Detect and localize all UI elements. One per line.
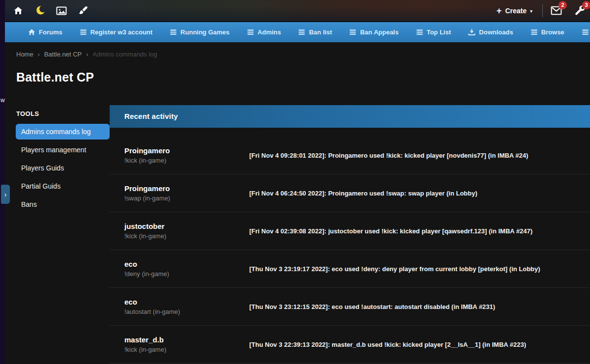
wrench-icon[interactable]: 3 (573, 4, 586, 17)
activity-command: !swap (in-game) (124, 195, 249, 202)
breadcrumb-item[interactable]: Battle.net CP (44, 51, 82, 58)
activity-row: Proingamero !kick (in-game) [Fri Nov 4 0… (110, 137, 590, 174)
activity-username: eco (124, 260, 249, 268)
nav-item-label: Running Games (180, 28, 230, 36)
nav-item-ban-list[interactable]: Ban list (298, 28, 332, 36)
home-icon (28, 28, 35, 36)
chevron-right-icon: › (4, 191, 7, 198)
nav-item-register-w3-account[interactable]: Register w3 account (80, 28, 152, 36)
activity-username: justoctober (124, 222, 249, 230)
nav-item-label: Ban list (309, 28, 332, 36)
nav-item-label: Register w3 account (90, 28, 152, 36)
activity-log-text: [Fri Nov 4 09:28:01 2022]: Proingamero u… (249, 152, 536, 159)
sidebar-heading: TOOLS (16, 105, 110, 124)
sidebar-expand-tab[interactable]: › (1, 185, 10, 204)
paintbrush-icon[interactable] (77, 4, 89, 17)
nav-item-running-games[interactable]: Running Games (170, 28, 230, 36)
activity-log-text: [Thu Nov 3 23:12:15 2022]: eco used !aut… (249, 303, 503, 310)
create-button[interactable]: + Create ▾ (492, 6, 537, 15)
menu-icon (582, 28, 589, 36)
breadcrumb-separator-icon: › (38, 51, 40, 58)
sidebar-item-players-guids[interactable]: Players Guids (16, 160, 110, 176)
menu-icon (80, 28, 87, 36)
sidebar-item-players-management[interactable]: Players management (16, 142, 110, 158)
nav-item-ban-appeals[interactable]: Ban Appeals (349, 28, 398, 36)
nav-item-label: Browse (541, 28, 564, 36)
activity-list: Proingamero !kick (in-game) [Fri Nov 4 0… (110, 128, 590, 364)
activity-username: Proingamero (124, 184, 249, 193)
nav-item-downloads[interactable]: Downloads (468, 28, 513, 36)
activity-log-text: [Thu Nov 3 22:39:13 2022]: master_d.b us… (249, 341, 534, 348)
stray-text: w (0, 97, 5, 104)
menu-icon (531, 28, 538, 36)
activity-row: eco !autostart (in-game) [Thu Nov 3 23:1… (110, 288, 590, 326)
chevron-down-icon: ▾ (530, 8, 532, 14)
nav-item-forums[interactable]: Forums (28, 28, 62, 36)
mail-badge: 2 (559, 1, 567, 9)
page-title: Battle.net CP (16, 70, 590, 84)
menu-icon (170, 28, 177, 36)
activity-username: master_d.b (124, 336, 249, 344)
nav-item-more[interactable]: More (582, 28, 590, 36)
nav-item-browse[interactable]: Browse (531, 28, 564, 36)
sidebar-items: Admins commands logPlayers managementPla… (16, 124, 110, 212)
topbar-divider (542, 4, 543, 17)
breadcrumb-item[interactable]: Home (16, 51, 33, 58)
primary-nav: Forums Register w3 account Running Games… (5, 21, 590, 42)
sidebar-item-partial-guids[interactable]: Partial Guids (16, 178, 110, 194)
create-label: Create (505, 7, 527, 15)
activity-row: eco !deny (in-game) [Thu Nov 3 23:19:17 … (110, 250, 590, 288)
tools-sidebar: TOOLS Admins commands logPlayers managem… (5, 105, 110, 215)
activity-log-text: [Thu Nov 3 23:19:17 2022]: eco used !den… (249, 265, 548, 273)
gallery-icon[interactable] (55, 4, 68, 17)
top-bar: + Create ▾ 2 3 (5, 0, 590, 21)
nav-item-label: Forums (39, 28, 62, 36)
download-icon (468, 28, 475, 36)
activity-row: justoctober !kick (in-game) [Fri Nov 4 0… (110, 212, 590, 250)
columns: TOOLS Admins commands logPlayers managem… (5, 105, 590, 364)
mail-icon[interactable]: 2 (550, 4, 562, 17)
home-icon[interactable] (12, 4, 25, 17)
menu-icon (298, 28, 305, 36)
nav-item-label: Top List (427, 28, 451, 36)
nav-item-label: Ban Appeals (360, 28, 398, 36)
panel-header: Recent activity (110, 105, 590, 128)
activity-row: Proingamero !swap (in-game) [Fri Nov 4 0… (110, 174, 590, 212)
content: Home›Battle.net CP›Admins commands log B… (5, 42, 590, 364)
activity-username: Proingamero (124, 146, 249, 155)
sidebar-item-admins-commands-log[interactable]: Admins commands log (16, 124, 110, 140)
plus-icon: + (497, 6, 502, 15)
menu-icon (416, 28, 423, 36)
activity-username: eco (124, 298, 249, 306)
menu-icon (247, 28, 254, 36)
activity-log-text: [Fri Nov 4 06:24:50 2022]: Proingamero u… (249, 190, 485, 197)
breadcrumb: Home›Battle.net CP›Admins commands log (5, 42, 590, 58)
activity-command: !autostart (in-game) (124, 308, 249, 315)
nav-item-label: Admins (258, 28, 281, 36)
top-bar-right: + Create ▾ 2 3 (492, 4, 590, 17)
activity-row: master_d.b !kick (in-game) [Thu Nov 3 22… (110, 326, 590, 364)
activity-command: !kick (in-game) (124, 346, 249, 353)
tools-badge: 3 (582, 1, 590, 9)
activity-log-text: [Fri Nov 4 02:39:08 2022]: justoctober u… (249, 227, 540, 235)
top-bar-left (5, 4, 89, 17)
activity-command: !deny (in-game) (124, 270, 249, 278)
nav-item-top-list[interactable]: Top List (416, 28, 451, 36)
recent-activity-panel: Recent activity Proingamero !kick (in-ga… (110, 105, 590, 364)
activity-command: !kick (in-game) (124, 232, 249, 240)
nav-item-admins[interactable]: Admins (247, 28, 281, 36)
activity-command: !kick (in-game) (124, 157, 249, 164)
sidebar-item-bans[interactable]: Bans (16, 196, 110, 212)
menu-icon (349, 28, 356, 36)
nav-item-label: Downloads (479, 28, 513, 36)
breadcrumb-separator-icon: › (86, 51, 88, 58)
page: + Create ▾ 2 3 Forums (5, 0, 590, 364)
theme-moon-icon[interactable] (33, 4, 46, 17)
breadcrumb-item: Admins commands log (92, 51, 157, 58)
